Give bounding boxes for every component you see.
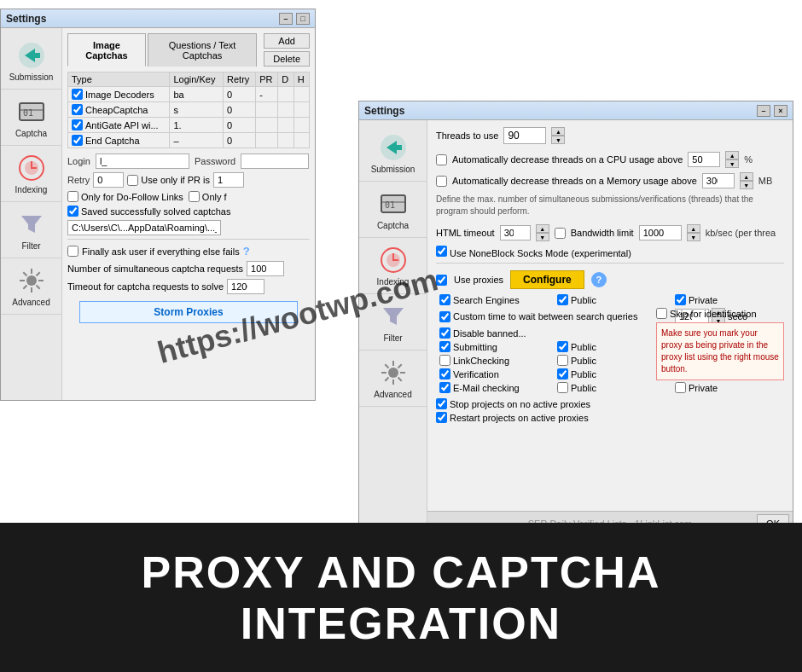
sidebar-item-indexing[interactable]: Indexing bbox=[1, 146, 61, 202]
question-icon[interactable]: ? bbox=[591, 272, 607, 287]
bandwidth-input[interactable] bbox=[639, 225, 682, 240]
custom-time-check[interactable] bbox=[439, 311, 450, 322]
col-retry: Retry bbox=[224, 72, 256, 87]
dofollow-row: Only for Do-Follow Links Only f bbox=[67, 191, 310, 202]
public-check-1[interactable] bbox=[557, 294, 568, 305]
title-back-label: Settings bbox=[6, 13, 46, 25]
captcha-icon: 01 bbox=[16, 96, 47, 127]
pr-value-input[interactable] bbox=[213, 172, 244, 188]
auto-mem-check[interactable] bbox=[436, 176, 447, 187]
public-check-5[interactable] bbox=[557, 382, 568, 393]
title-front-label: Settings bbox=[364, 105, 404, 117]
threads-up[interactable]: ▲ bbox=[551, 127, 565, 136]
finally-check[interactable] bbox=[67, 246, 78, 257]
skip-check[interactable] bbox=[656, 308, 667, 319]
tab-bar: Image Captchas Questions / Text Captchas… bbox=[67, 33, 310, 67]
threads-down[interactable]: ▼ bbox=[551, 136, 565, 144]
path-input[interactable] bbox=[67, 220, 221, 235]
mem-down[interactable]: ▼ bbox=[740, 181, 753, 189]
sidebar-right-advanced[interactable]: Advanced bbox=[359, 350, 427, 407]
row-login-4: – bbox=[170, 133, 224, 148]
sidebar-item-submission[interactable]: Submission bbox=[1, 33, 61, 90]
login-label: Login bbox=[67, 156, 90, 166]
captcha-table: Type Login/Key Retry PR D H Image Decode… bbox=[67, 72, 310, 148]
arrow-icon-r bbox=[378, 132, 409, 163]
retry-input[interactable] bbox=[93, 172, 124, 188]
auto-cpu-check[interactable] bbox=[436, 154, 447, 165]
configure-button[interactable]: Configure bbox=[510, 270, 584, 289]
front-body: Submission 01 Captcha bbox=[359, 120, 793, 535]
minimize-btn-back[interactable]: – bbox=[279, 13, 293, 25]
bw-down[interactable]: ▼ bbox=[687, 233, 700, 241]
sidebar-item-captcha[interactable]: 01 Captcha bbox=[1, 90, 61, 146]
minimize-btn-front[interactable]: – bbox=[757, 105, 770, 117]
mem-value-input[interactable] bbox=[702, 173, 735, 188]
sidebar-right-submission[interactable]: Submission bbox=[359, 125, 427, 182]
disable-banned-opt: Disable banned... bbox=[439, 327, 549, 339]
close-btn-front[interactable]: × bbox=[774, 105, 787, 117]
private-check-5[interactable] bbox=[675, 382, 686, 393]
tab-image-captchas[interactable]: Image Captchas bbox=[67, 33, 146, 67]
sidebar-right-label-filter: Filter bbox=[383, 333, 402, 343]
login-password-row: Login Password bbox=[67, 154, 310, 169]
password-label: Password bbox=[195, 156, 235, 166]
row-check-2[interactable] bbox=[72, 104, 83, 115]
custom-time-opt: Custom time to wait between search queri… bbox=[439, 308, 666, 325]
timeout-input[interactable] bbox=[227, 279, 264, 294]
html-timeout-input[interactable] bbox=[500, 225, 531, 240]
stop-projects-check[interactable] bbox=[436, 398, 447, 409]
submitting-check[interactable] bbox=[439, 341, 450, 352]
public-check-2[interactable] bbox=[557, 341, 568, 352]
timeout-down[interactable]: ▼ bbox=[536, 233, 549, 241]
only-f-check[interactable] bbox=[189, 191, 200, 202]
mem-up[interactable]: ▲ bbox=[740, 172, 753, 181]
private-check-1[interactable] bbox=[675, 294, 686, 305]
sidebar-label-indexing: Indexing bbox=[15, 185, 48, 194]
disable-banned-check[interactable] bbox=[439, 327, 450, 339]
row-h-1 bbox=[293, 87, 309, 102]
cpu-up[interactable]: ▲ bbox=[725, 151, 739, 159]
row-retry-4: 0 bbox=[224, 133, 256, 148]
saved-captcha-check[interactable] bbox=[67, 206, 78, 217]
restart-projects-row: Restart projects on active proxies bbox=[436, 412, 784, 423]
password-input[interactable] bbox=[241, 154, 309, 169]
public-check-4[interactable] bbox=[557, 368, 568, 379]
login-input[interactable] bbox=[96, 154, 189, 169]
noneblock-check[interactable] bbox=[436, 246, 447, 257]
bandwidth-check[interactable] bbox=[555, 228, 566, 239]
sidebar-item-filter[interactable]: Filter bbox=[1, 202, 61, 258]
link-checking-check[interactable] bbox=[439, 355, 450, 366]
delete-button[interactable]: Delete bbox=[264, 51, 310, 67]
bw-up[interactable]: ▲ bbox=[687, 224, 700, 233]
tab-text-captchas[interactable]: Questions / Text Captchas bbox=[148, 33, 257, 67]
retry-label: Retry bbox=[67, 175, 90, 185]
col-type: Type bbox=[68, 72, 170, 87]
row-check-3[interactable] bbox=[72, 119, 83, 130]
restart-projects-check[interactable] bbox=[436, 412, 447, 423]
sidebar-item-advanced[interactable]: Advanced bbox=[1, 258, 61, 315]
row-d-2 bbox=[278, 102, 293, 118]
row-check-1[interactable] bbox=[72, 89, 83, 100]
stop-projects-row: Stop projects on no active proxies bbox=[436, 398, 784, 409]
verification-opt: Verification bbox=[439, 368, 549, 379]
add-button[interactable]: Add bbox=[264, 33, 310, 49]
use-only-pr-check[interactable] bbox=[127, 175, 138, 186]
num-simultaneous-input[interactable] bbox=[247, 261, 284, 276]
email-checking-check[interactable] bbox=[439, 382, 450, 393]
verification-check[interactable] bbox=[439, 368, 450, 379]
threads-label: Threads to use bbox=[436, 130, 498, 141]
maximize-btn-back[interactable]: □ bbox=[296, 13, 310, 25]
public-check-3[interactable] bbox=[557, 355, 568, 366]
row-check-4[interactable] bbox=[72, 135, 83, 146]
num-simultaneous-row: Number of simultaneous captcha requests bbox=[67, 261, 310, 276]
cpu-value-input[interactable] bbox=[688, 152, 720, 167]
public-opt-4: Public bbox=[557, 368, 666, 379]
banner: PROXY AND CAPTCHA INTEGRATION bbox=[0, 523, 802, 672]
cpu-down[interactable]: ▼ bbox=[725, 159, 739, 168]
html-timeout-row: HTML timeout ▲ ▼ Bandwidth limit ▲ ▼ kb/… bbox=[436, 224, 784, 241]
sidebar-right-captcha[interactable]: 01 Captcha bbox=[359, 182, 427, 238]
threads-input[interactable] bbox=[503, 127, 546, 144]
timeout-up[interactable]: ▲ bbox=[536, 224, 549, 233]
sidebar-right-label-advanced: Advanced bbox=[374, 390, 411, 399]
dofollow-check[interactable] bbox=[67, 191, 78, 202]
